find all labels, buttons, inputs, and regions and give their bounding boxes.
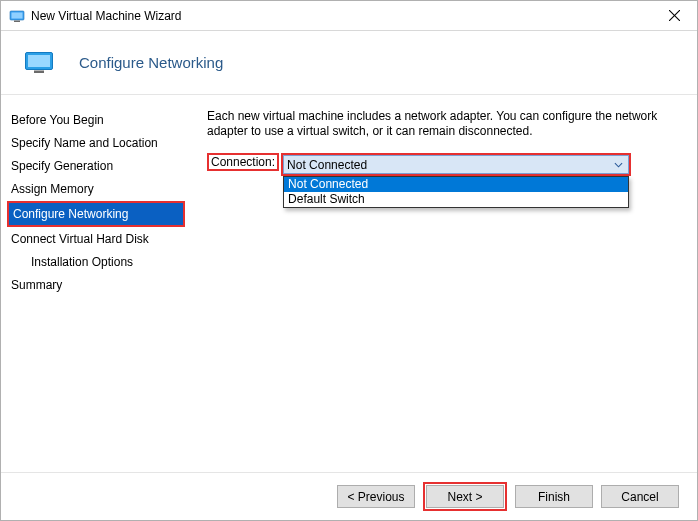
step-assign-memory[interactable]: Assign Memory: [7, 178, 185, 200]
connection-dropdown: Not Connected Default Switch: [283, 176, 629, 208]
step-summary[interactable]: Summary: [7, 274, 185, 296]
page-title: Configure Networking: [79, 54, 223, 71]
close-icon: [669, 10, 680, 21]
connection-row: Connection: Not Connected Not Connected …: [207, 153, 679, 176]
svg-rect-2: [14, 20, 20, 22]
svg-rect-6: [28, 55, 50, 67]
titlebar: New Virtual Machine Wizard: [1, 1, 697, 31]
footer: < Previous Next > Finish Cancel: [1, 472, 697, 520]
connection-combo-highlight: Not Connected: [281, 153, 631, 176]
sidebar: Before You Begin Specify Name and Locati…: [1, 95, 191, 472]
content: Each new virtual machine includes a netw…: [191, 95, 697, 472]
svg-rect-1: [12, 12, 23, 18]
connection-combo[interactable]: Not Connected: [283, 155, 629, 174]
app-icon: [9, 8, 25, 24]
monitor-icon: [25, 52, 53, 74]
option-not-connected[interactable]: Not Connected: [284, 177, 628, 192]
finish-button[interactable]: Finish: [515, 485, 593, 508]
next-button[interactable]: Next >: [426, 485, 504, 508]
connection-value: Not Connected: [287, 158, 611, 172]
option-default-switch[interactable]: Default Switch: [284, 192, 628, 207]
step-before-you-begin[interactable]: Before You Begin: [7, 109, 185, 131]
step-configure-networking[interactable]: Configure Networking: [9, 203, 183, 225]
previous-button[interactable]: < Previous: [337, 485, 415, 508]
chevron-down-icon: [611, 162, 625, 168]
close-button[interactable]: [653, 2, 695, 30]
window-title: New Virtual Machine Wizard: [31, 9, 653, 23]
step-configure-networking-highlight: Configure Networking: [7, 201, 185, 227]
description: Each new virtual machine includes a netw…: [207, 109, 679, 139]
svg-rect-7: [34, 70, 44, 73]
body: Before You Begin Specify Name and Locati…: [1, 95, 697, 472]
cancel-button[interactable]: Cancel: [601, 485, 679, 508]
header: Configure Networking: [1, 31, 697, 95]
step-installation-options[interactable]: Installation Options: [7, 251, 185, 273]
step-connect-vhd[interactable]: Connect Virtual Hard Disk: [7, 228, 185, 250]
next-button-highlight: Next >: [423, 482, 507, 511]
wizard-window: New Virtual Machine Wizard Configure Net…: [0, 0, 698, 521]
step-specify-generation[interactable]: Specify Generation: [7, 155, 185, 177]
step-specify-name[interactable]: Specify Name and Location: [7, 132, 185, 154]
connection-label: Connection:: [207, 153, 279, 171]
